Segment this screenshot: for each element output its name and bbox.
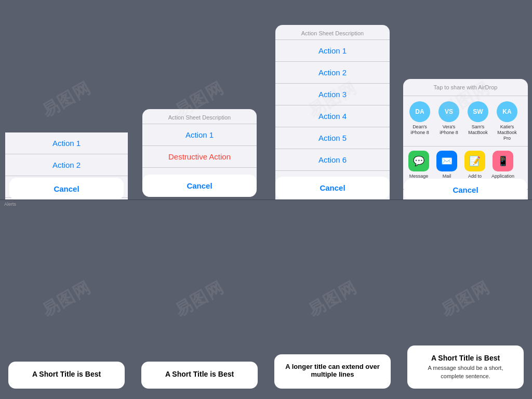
alert-panel-3: A longer title can extend over multiple … xyxy=(274,354,391,389)
action-sheet-panel-3: Action Sheet Description Action 1 Action… xyxy=(275,25,390,200)
action-item-2-1[interactable]: Action 1 xyxy=(142,124,257,146)
alert-title-4: A Short Title is Best xyxy=(416,354,515,362)
person-item-sw[interactable]: SW Sam'sMacBook xyxy=(464,101,491,141)
action-item-3-5[interactable]: Action 5 xyxy=(275,127,390,149)
cell-share-sheet: 易图网 Tap to share with AirDrop DA Dean'si… xyxy=(399,0,532,200)
destructive-action-2[interactable]: Destructive Action xyxy=(142,146,257,168)
action-sheet-title-2: Action Sheet Description xyxy=(142,109,257,124)
cancel-button-3[interactable]: Cancel xyxy=(275,177,390,199)
alerts-section-label: Alerts xyxy=(4,202,16,207)
cell-action-sheet-3: 易图网 Action Sheet Description Action 1 Ac… xyxy=(266,0,399,200)
person-item-vs[interactable]: VS Vera'siPhone 8 xyxy=(435,101,462,141)
alert-panel-1: A Short Title is Best xyxy=(8,362,125,389)
cell-alert-4: 易图网 A Short Title is Best A message shou… xyxy=(399,200,532,399)
person-name-vs: Vera'siPhone 8 xyxy=(440,124,458,136)
alert-panel-2: A Short Title is Best xyxy=(141,362,258,389)
avatar-vs: VS xyxy=(438,101,459,122)
action-item-1[interactable]: Action 1 xyxy=(5,132,128,154)
row-divider xyxy=(0,200,532,200)
alert-title-2: A Short Title is Best xyxy=(150,370,249,378)
cancel-button-4[interactable]: Cancel xyxy=(404,179,527,200)
mail-icon: ✉️ xyxy=(436,151,457,171)
action-item-3-4[interactable]: Action 4 xyxy=(275,105,390,127)
cell-alert-1: Alerts 易图网 A Short Title is Best xyxy=(0,200,133,399)
cell-action-sheet-2: 易图网 Action Sheet Description Action 1 De… xyxy=(133,0,266,200)
cell-alert-2: 易图网 A Short Title is Best xyxy=(133,200,266,399)
person-name-ka: Katie'sMacBook Pro xyxy=(494,124,521,141)
action-item-3-1[interactable]: Action 1 xyxy=(275,40,390,62)
person-name-da: Dean'siPhone 8 xyxy=(410,124,429,136)
share-sheet-title: Tap to share with AirDrop xyxy=(403,79,528,96)
app-icon: 📱 xyxy=(493,151,513,171)
avatar-da: DA xyxy=(409,101,430,122)
action-item-3-2[interactable]: Action 2 xyxy=(275,62,390,84)
cell-action-sheet-1: 易图网 Action 1 Action 2 Destructive Action… xyxy=(0,0,133,200)
alert-title-1: A Short Title is Best xyxy=(17,370,116,378)
cell-alert-3: 易图网 A longer title can extend over multi… xyxy=(266,200,399,399)
action-item-3-3[interactable]: Action 3 xyxy=(275,84,390,105)
person-name-sw: Sam'sMacBook xyxy=(468,124,488,136)
alert-panel-4: A Short Title is Best A message should b… xyxy=(407,345,524,389)
person-item-da[interactable]: DA Dean'siPhone 8 xyxy=(406,101,433,141)
notes-icon: 📝 xyxy=(464,151,485,171)
avatar-ka: KA xyxy=(497,101,517,122)
alert-message-4: A message should be a short, complete se… xyxy=(416,364,515,380)
cancel-button-1[interactable]: Cancel xyxy=(9,178,124,200)
cancel-button-2[interactable]: Cancel xyxy=(142,175,257,197)
action-item-3-6[interactable]: Action 6 xyxy=(275,149,390,171)
alert-title-3: A longer title can extend over multiple … xyxy=(283,363,382,378)
action-item-2[interactable]: Action 2 xyxy=(5,154,128,176)
share-people-row: DA Dean'siPhone 8 VS Vera'siPhone 8 SW S… xyxy=(403,96,528,147)
avatar-sw: SW xyxy=(468,101,488,122)
action-sheet-title-3: Action Sheet Description xyxy=(275,25,390,40)
message-icon: 💬 xyxy=(408,151,429,171)
person-item-ka[interactable]: KA Katie'sMacBook Pro xyxy=(494,101,521,141)
